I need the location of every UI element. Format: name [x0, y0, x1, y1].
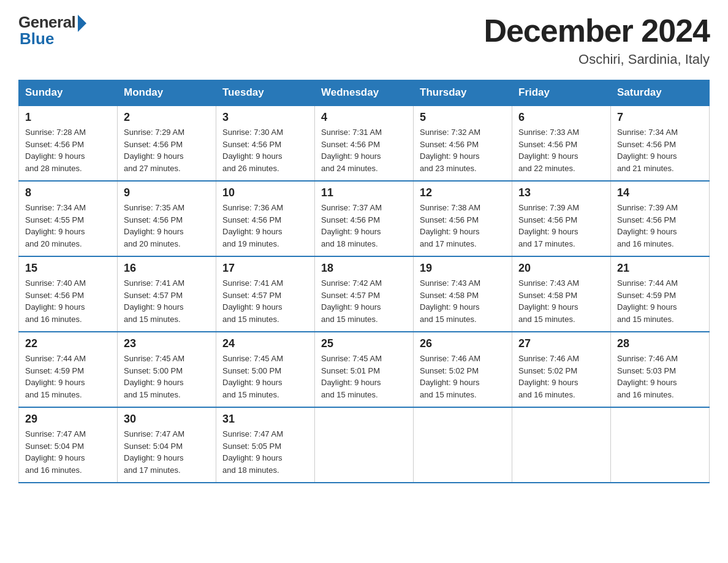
- calendar-cell: 19 Sunrise: 7:43 AM Sunset: 4:58 PM Dayl…: [414, 256, 512, 332]
- day-number: 7: [617, 111, 703, 124]
- weekday-header: Wednesday: [315, 80, 414, 106]
- day-info: Sunrise: 7:46 AM Sunset: 5:02 PM Dayligh…: [420, 353, 506, 400]
- calendar-cell: 20 Sunrise: 7:43 AM Sunset: 4:58 PM Dayl…: [512, 256, 611, 332]
- day-number: 25: [321, 337, 407, 350]
- calendar-cell: [611, 407, 710, 483]
- day-number: 31: [222, 413, 308, 426]
- calendar-cell: [315, 407, 414, 483]
- calendar-body: 1 Sunrise: 7:28 AM Sunset: 4:56 PM Dayli…: [19, 105, 710, 483]
- calendar-cell: 10 Sunrise: 7:36 AM Sunset: 4:56 PM Dayl…: [216, 181, 315, 256]
- calendar-cell: 25 Sunrise: 7:45 AM Sunset: 5:01 PM Dayl…: [315, 332, 414, 407]
- calendar-cell: 26 Sunrise: 7:46 AM Sunset: 5:02 PM Dayl…: [414, 332, 512, 407]
- calendar-subtitle: Oschiri, Sardinia, Italy: [483, 52, 710, 67]
- day-number: 26: [420, 337, 506, 350]
- calendar-week-row: 1 Sunrise: 7:28 AM Sunset: 4:56 PM Dayli…: [19, 105, 710, 181]
- day-info: Sunrise: 7:30 AM Sunset: 4:56 PM Dayligh…: [222, 126, 308, 174]
- calendar-cell: 9 Sunrise: 7:35 AM Sunset: 4:56 PM Dayli…: [118, 181, 216, 256]
- weekday-header: Friday: [512, 80, 611, 106]
- calendar-cell: [512, 407, 611, 483]
- calendar-cell: 30 Sunrise: 7:47 AM Sunset: 5:04 PM Dayl…: [118, 407, 216, 483]
- calendar-cell: 29 Sunrise: 7:47 AM Sunset: 5:04 PM Dayl…: [19, 407, 118, 483]
- calendar-table: SundayMondayTuesdayWednesdayThursdayFrid…: [18, 80, 710, 483]
- calendar-cell: 5 Sunrise: 7:32 AM Sunset: 4:56 PM Dayli…: [414, 105, 512, 181]
- day-number: 12: [420, 186, 506, 199]
- day-number: 8: [25, 186, 111, 199]
- calendar-cell: 28 Sunrise: 7:46 AM Sunset: 5:03 PM Dayl…: [611, 332, 710, 407]
- calendar-cell: 13 Sunrise: 7:39 AM Sunset: 4:56 PM Dayl…: [512, 181, 611, 256]
- day-info: Sunrise: 7:32 AM Sunset: 4:56 PM Dayligh…: [420, 126, 506, 174]
- day-number: 23: [124, 337, 210, 350]
- logo-blue-text: Blue: [20, 29, 54, 48]
- calendar-cell: 2 Sunrise: 7:29 AM Sunset: 4:56 PM Dayli…: [118, 105, 216, 181]
- calendar-week-row: 22 Sunrise: 7:44 AM Sunset: 4:59 PM Dayl…: [19, 332, 710, 407]
- calendar-cell: 16 Sunrise: 7:41 AM Sunset: 4:57 PM Dayl…: [118, 256, 216, 332]
- weekday-header: Saturday: [611, 80, 710, 106]
- day-info: Sunrise: 7:47 AM Sunset: 5:04 PM Dayligh…: [25, 428, 111, 476]
- weekday-header: Tuesday: [216, 80, 315, 106]
- day-number: 2: [124, 111, 210, 124]
- day-number: 15: [25, 262, 111, 275]
- day-number: 10: [222, 186, 308, 199]
- day-info: Sunrise: 7:28 AM Sunset: 4:56 PM Dayligh…: [25, 126, 111, 174]
- day-info: Sunrise: 7:37 AM Sunset: 4:56 PM Dayligh…: [321, 202, 407, 250]
- day-number: 29: [25, 413, 111, 426]
- day-number: 3: [222, 111, 308, 124]
- day-number: 20: [518, 262, 604, 275]
- day-number: 14: [617, 186, 703, 199]
- day-number: 18: [321, 262, 407, 275]
- logo-general-text: General: [18, 13, 75, 32]
- logo-arrow-icon: [78, 15, 86, 32]
- day-info: Sunrise: 7:39 AM Sunset: 4:56 PM Dayligh…: [518, 202, 604, 250]
- day-info: Sunrise: 7:35 AM Sunset: 4:56 PM Dayligh…: [124, 202, 210, 250]
- day-info: Sunrise: 7:46 AM Sunset: 5:03 PM Dayligh…: [617, 353, 703, 400]
- calendar-cell: 8 Sunrise: 7:34 AM Sunset: 4:55 PM Dayli…: [19, 181, 118, 256]
- calendar-cell: [414, 407, 512, 483]
- calendar-cell: 21 Sunrise: 7:44 AM Sunset: 4:59 PM Dayl…: [611, 256, 710, 332]
- calendar-cell: 17 Sunrise: 7:41 AM Sunset: 4:57 PM Dayl…: [216, 256, 315, 332]
- day-info: Sunrise: 7:43 AM Sunset: 4:58 PM Dayligh…: [518, 277, 604, 325]
- calendar-week-row: 8 Sunrise: 7:34 AM Sunset: 4:55 PM Dayli…: [19, 181, 710, 256]
- calendar-cell: 4 Sunrise: 7:31 AM Sunset: 4:56 PM Dayli…: [315, 105, 414, 181]
- day-info: Sunrise: 7:45 AM Sunset: 5:00 PM Dayligh…: [222, 353, 308, 400]
- day-info: Sunrise: 7:41 AM Sunset: 4:57 PM Dayligh…: [124, 277, 210, 325]
- page-header: General Blue December 2024 Oschiri, Sard…: [18, 12, 710, 67]
- day-info: Sunrise: 7:31 AM Sunset: 4:56 PM Dayligh…: [321, 126, 407, 174]
- calendar-cell: 22 Sunrise: 7:44 AM Sunset: 4:59 PM Dayl…: [19, 332, 118, 407]
- day-info: Sunrise: 7:47 AM Sunset: 5:04 PM Dayligh…: [124, 428, 210, 476]
- day-number: 1: [25, 111, 111, 124]
- weekday-header: Monday: [118, 80, 216, 106]
- day-info: Sunrise: 7:42 AM Sunset: 4:57 PM Dayligh…: [321, 277, 407, 325]
- day-info: Sunrise: 7:45 AM Sunset: 5:00 PM Dayligh…: [124, 353, 210, 400]
- calendar-header: SundayMondayTuesdayWednesdayThursdayFrid…: [19, 80, 710, 106]
- day-number: 11: [321, 186, 407, 199]
- day-info: Sunrise: 7:47 AM Sunset: 5:05 PM Dayligh…: [222, 428, 308, 476]
- day-number: 6: [518, 111, 604, 124]
- calendar-cell: 15 Sunrise: 7:40 AM Sunset: 4:56 PM Dayl…: [19, 256, 118, 332]
- day-info: Sunrise: 7:44 AM Sunset: 4:59 PM Dayligh…: [25, 353, 111, 400]
- day-number: 9: [124, 186, 210, 199]
- day-number: 21: [617, 262, 703, 275]
- day-info: Sunrise: 7:34 AM Sunset: 4:55 PM Dayligh…: [25, 202, 111, 250]
- calendar-cell: 1 Sunrise: 7:28 AM Sunset: 4:56 PM Dayli…: [19, 105, 118, 181]
- calendar-cell: 31 Sunrise: 7:47 AM Sunset: 5:05 PM Dayl…: [216, 407, 315, 483]
- day-info: Sunrise: 7:34 AM Sunset: 4:56 PM Dayligh…: [617, 126, 703, 174]
- calendar-week-row: 15 Sunrise: 7:40 AM Sunset: 4:56 PM Dayl…: [19, 256, 710, 332]
- day-info: Sunrise: 7:41 AM Sunset: 4:57 PM Dayligh…: [222, 277, 308, 325]
- day-info: Sunrise: 7:38 AM Sunset: 4:56 PM Dayligh…: [420, 202, 506, 250]
- day-number: 13: [518, 186, 604, 199]
- day-number: 22: [25, 337, 111, 350]
- day-info: Sunrise: 7:46 AM Sunset: 5:02 PM Dayligh…: [518, 353, 604, 400]
- calendar-cell: 6 Sunrise: 7:33 AM Sunset: 4:56 PM Dayli…: [512, 105, 611, 181]
- day-number: 4: [321, 111, 407, 124]
- calendar-cell: 24 Sunrise: 7:45 AM Sunset: 5:00 PM Dayl…: [216, 332, 315, 407]
- calendar-cell: 12 Sunrise: 7:38 AM Sunset: 4:56 PM Dayl…: [414, 181, 512, 256]
- day-info: Sunrise: 7:29 AM Sunset: 4:56 PM Dayligh…: [124, 126, 210, 174]
- calendar-cell: 3 Sunrise: 7:30 AM Sunset: 4:56 PM Dayli…: [216, 105, 315, 181]
- logo: General Blue: [18, 12, 86, 48]
- calendar-title: December 2024: [483, 12, 710, 49]
- weekday-row: SundayMondayTuesdayWednesdayThursdayFrid…: [19, 80, 710, 106]
- weekday-header: Sunday: [19, 80, 118, 106]
- day-info: Sunrise: 7:33 AM Sunset: 4:56 PM Dayligh…: [518, 126, 604, 174]
- day-info: Sunrise: 7:36 AM Sunset: 4:56 PM Dayligh…: [222, 202, 308, 250]
- day-number: 27: [518, 337, 604, 350]
